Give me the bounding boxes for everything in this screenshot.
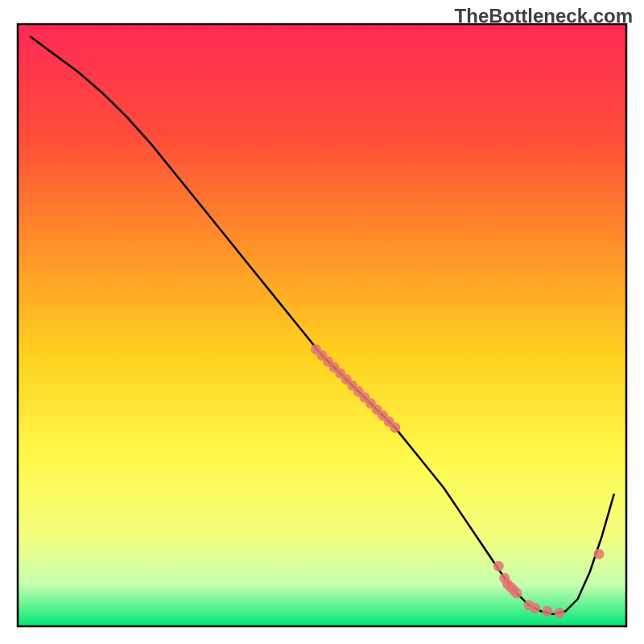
marker-point [511,588,522,598]
plot-area [18,24,626,626]
marker-point [493,561,504,572]
chart-background [18,24,626,626]
marker-point [390,423,400,433]
marker-point [542,606,552,617]
marker-point [554,608,564,618]
chart-container: TheBottleneck.com [0,0,644,644]
marker-point [593,549,604,559]
bottleneck-chart [0,0,644,644]
watermark-text: TheBottleneck.com [455,5,633,27]
marker-point [530,603,540,613]
